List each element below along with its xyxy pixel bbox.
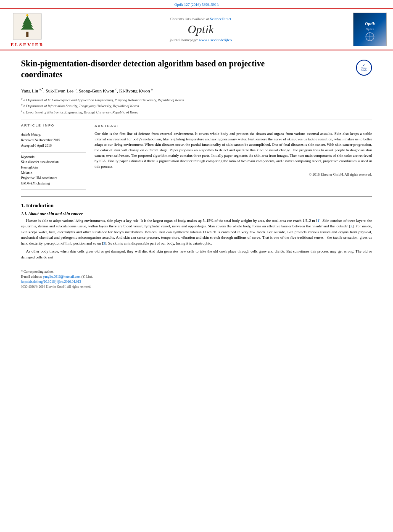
abstract-column: ABSTRACT Our skin is the first line of d… xyxy=(95,124,372,192)
journal-header: ELSEVIER Contents lists available at Sci… xyxy=(0,8,393,50)
abstract-text: Our skin is the first line of defense fr… xyxy=(95,131,372,169)
main-content: Skin-pigmentation-disorder detection alg… xyxy=(0,50,393,295)
divider-info-top xyxy=(21,130,86,130)
svg-text:Optics: Optics xyxy=(366,28,374,31)
body-text-1: Human is able to adapt various living en… xyxy=(21,218,372,261)
elsevier-logo-area: ELSEVIER xyxy=(4,12,50,47)
section-1-title: 1. Introduction xyxy=(21,203,372,209)
history-label: Article history: xyxy=(21,133,86,137)
citation-bar: Optik 127 (2016) 5899–5913 xyxy=(0,0,393,8)
affiliation-c: c c Department of Electronics Engineerin… xyxy=(21,109,372,115)
sciencedirect-link[interactable]: ScienceDirect xyxy=(210,17,231,21)
abstract-paragraph: Our skin is the first line of defense fr… xyxy=(95,131,372,169)
affiliations: a a Department of IT Convergence and App… xyxy=(21,97,372,115)
ref-3[interactable]: 3 xyxy=(103,241,105,245)
homepage-link[interactable]: www.elsevier.de/ijleo xyxy=(199,38,232,42)
keyword-4: Projective HM coordinates xyxy=(21,176,86,181)
optik-logo-box: Optik Optics xyxy=(353,13,387,46)
rights-note: 0030-4026/© 2016 Elsevier GmbH. All righ… xyxy=(21,285,372,289)
keyword-3: Melanin xyxy=(21,171,86,176)
body-paragraph-2: As other body tissue, when skin cells gr… xyxy=(21,249,372,260)
received-date: Received 24 December 2015 xyxy=(21,138,86,143)
email-note: E-mail address: yangliu.0816@hotmail.com… xyxy=(21,275,372,279)
corresponding-note: * Corresponding author. xyxy=(21,270,372,274)
elsevier-tree-icon xyxy=(13,12,42,41)
authors-line: Yang Liu a,*, Suk-Hwan Lee b, Seong-Geun… xyxy=(21,87,372,93)
sciencedirect-label: Contents lists available at ScienceDirec… xyxy=(170,17,231,21)
divider-1 xyxy=(21,119,372,119)
keywords-label: Keywords: xyxy=(21,155,86,159)
article-dates: Received 24 December 2015 Accepted 6 Apr… xyxy=(21,138,86,149)
svg-point-5 xyxy=(26,14,28,16)
keyword-1: Skin disorder area detection xyxy=(21,160,86,165)
page-footer: * Corresponding author. E-mail address: … xyxy=(21,267,372,289)
ref-2[interactable]: 2 xyxy=(351,224,353,228)
article-info-column: ARTICLE INFO Article history: Received 2… xyxy=(21,124,86,192)
affiliation-a: a a Department of IT Convergence and App… xyxy=(21,97,372,103)
journal-homepage: journal homepage: www.elsevier.de/ijleo xyxy=(170,38,232,42)
journal-center: Contents lists available at ScienceDirec… xyxy=(55,12,347,47)
svg-text:Optik: Optik xyxy=(365,21,375,26)
divider-info-bot xyxy=(21,189,86,190)
body-paragraph-1: Human is able to adapt various living en… xyxy=(21,218,372,247)
crossmark-icon: ✓ CrossMark xyxy=(356,60,372,76)
journal-name: Optik xyxy=(187,23,214,36)
elsevier-logo: ELSEVIER xyxy=(11,12,44,47)
ref-1[interactable]: 1 xyxy=(317,219,319,223)
svg-rect-1 xyxy=(26,32,28,37)
keywords-list: Skin disorder area detection Hemoglobin … xyxy=(21,160,86,187)
info-abstract-columns: ARTICLE INFO Article history: Received 2… xyxy=(21,124,372,192)
author-email[interactable]: yangliu.0816@hotmail.com xyxy=(43,275,81,279)
optik-logo-area: Optik Optics xyxy=(351,12,389,47)
divider-2 xyxy=(21,196,372,197)
crossmark-badge: ✓ CrossMark xyxy=(356,60,372,76)
optik-logo-icon: Optik Optics xyxy=(353,13,387,46)
article-title: Skin-pigmentation-disorder detection alg… xyxy=(21,58,294,80)
doi-note: http://dx.doi.org/10.1016/j.ijleo.2016.0… xyxy=(21,280,372,284)
keyword-2: Hemoglobin xyxy=(21,165,86,171)
copyright-notice: © 2016 Elsevier GmbH. All rights reserve… xyxy=(95,172,372,177)
divider-info-mid xyxy=(21,152,86,153)
article-info-header: ARTICLE INFO xyxy=(21,124,86,127)
subsection-1-title: 1.1. About our skin and skin cancer xyxy=(21,211,372,216)
affiliation-b: b b Department of Information Security, … xyxy=(21,103,372,109)
citation-text: Optik 127 (2016) 5899–5913 xyxy=(174,3,219,7)
accepted-date: Accepted 6 April 2016 xyxy=(21,143,86,149)
body-section: 1. Introduction 1.1. About our skin and … xyxy=(21,203,372,261)
doi-link[interactable]: http://dx.doi.org/10.1016/j.ijleo.2016.0… xyxy=(21,280,81,284)
abstract-header: ABSTRACT xyxy=(95,124,372,129)
elsevier-label: ELSEVIER xyxy=(11,42,44,47)
keyword-5: GMM-EM clustering xyxy=(21,181,86,187)
